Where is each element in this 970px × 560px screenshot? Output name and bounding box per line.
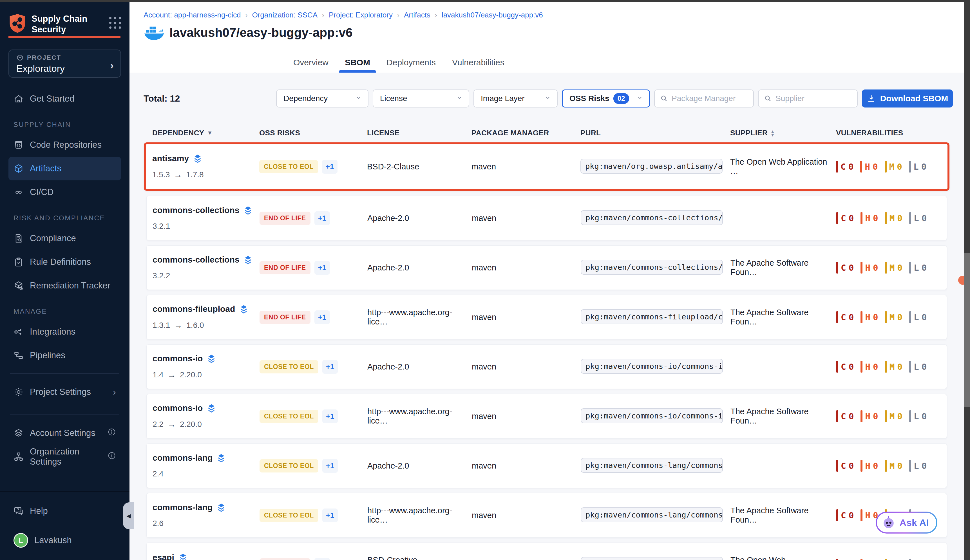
- purl-chip[interactable]: pkg:maven/commons-io/commons-io@…: [581, 359, 723, 374]
- layers-icon: [193, 153, 202, 163]
- risk-extra-badge[interactable]: +1: [314, 310, 330, 324]
- sidebar-section-manage: MANAGE: [8, 303, 121, 320]
- sidebar-item-integrations[interactable]: Integrations: [8, 320, 121, 343]
- download-icon: [867, 94, 876, 103]
- chevron-right-icon: ›: [113, 387, 116, 397]
- cicd-infinity-icon: [13, 187, 23, 197]
- risk-badge: CLOSE TO EOL: [260, 459, 318, 472]
- download-sbom-button[interactable]: Download SBOM: [862, 90, 953, 107]
- brand-divider: [8, 36, 120, 38]
- purl-chip[interactable]: pkg:maven/commons-collections/co…: [581, 260, 723, 275]
- license-filter-select[interactable]: License: [373, 90, 469, 107]
- table-row[interactable]: commons-collections 3.2.2 END OF LIFE+1 …: [147, 245, 947, 290]
- table-row[interactable]: commons-lang 2.4 CLOSE TO EOL+1 Apache-2…: [147, 443, 947, 488]
- package-manager-cell: maven: [472, 511, 581, 520]
- sidebar-collapse-handle[interactable]: ◀: [123, 502, 134, 529]
- vulnerability-counts: C0 H0 M0 L0: [836, 460, 941, 472]
- sidebar-item-account-settings[interactable]: Account Settings: [8, 421, 121, 445]
- package-manager-cell: maven: [472, 263, 581, 272]
- info-icon[interactable]: [108, 428, 116, 438]
- sidebar-item-project-settings[interactable]: Project Settings ›: [8, 380, 121, 404]
- breadcrumb-project[interactable]: Project: Exploratory: [329, 11, 393, 19]
- oss-risks-count-badge: 02: [613, 93, 629, 104]
- risk-extra-badge[interactable]: +1: [322, 459, 338, 473]
- harness-shield-logo-icon: [8, 13, 27, 33]
- risk-extra-badge[interactable]: +1: [314, 558, 330, 560]
- risk-extra-badge[interactable]: +1: [322, 160, 338, 173]
- layers-icon: [243, 205, 253, 215]
- supplier-search-input[interactable]: [775, 94, 852, 103]
- help-button[interactable]: Help: [8, 499, 121, 523]
- sidebar-item-artifacts[interactable]: Artifacts: [8, 157, 121, 180]
- window-top-strip: [0, 0, 970, 2]
- purl-chip[interactable]: pkg:maven/commons-fileupload/com…: [581, 309, 723, 324]
- app-switcher-grid-icon[interactable]: [109, 17, 121, 29]
- sidebar-item-organization-settings[interactable]: Organization Settings: [8, 445, 121, 468]
- risk-extra-badge[interactable]: +1: [314, 211, 330, 225]
- tab-sbom[interactable]: SBOM: [343, 52, 372, 73]
- column-header-supplier[interactable]: SUPPLIER▲▼: [730, 128, 836, 137]
- column-header-oss-risks: OSS RISKS: [259, 128, 367, 137]
- table-row[interactable]: commons-io 2.2→2.20.0 CLOSE TO EOL+1 htt…: [147, 394, 947, 438]
- risk-extra-badge[interactable]: +1: [314, 261, 330, 275]
- purl-chip[interactable]: pkg:maven/org.owasp.antisamy/ant…: [580, 159, 723, 173]
- table-row[interactable]: antisamy 1.5.3→1.7.8 CLOSE TO EOL+1 BSD-…: [144, 142, 950, 191]
- risk-extra-badge[interactable]: +1: [322, 360, 338, 374]
- table-row[interactable]: commons-lang 2.6 CLOSE TO EOL+1 http---w…: [147, 493, 947, 537]
- vulnerability-counts: C0 H0 M0 L0: [836, 361, 941, 373]
- purl-chip[interactable]: pkg:maven/commons-lang/commons-l…: [581, 458, 723, 473]
- chevron-down-icon: [544, 94, 552, 103]
- sidebar-item-rule-definitions[interactable]: Rule Definitions: [8, 250, 121, 274]
- table-row[interactable]: commons-collections 3.2.1 END OF LIFE+1 …: [147, 196, 947, 240]
- main-content: Account: app-harness-ng-cicd › Organizat…: [130, 2, 964, 560]
- license-cell: BSD-Creative Commons-…: [367, 555, 472, 560]
- sidebar-item-get-started[interactable]: Get Started: [8, 87, 121, 111]
- sidebar-item-compliance[interactable]: Compliance: [8, 227, 121, 250]
- purl-chip[interactable]: pkg:maven/commons-lang/commons-l…: [581, 507, 723, 522]
- risk-extra-badge[interactable]: +1: [322, 508, 338, 522]
- compliance-doc-icon: [13, 233, 23, 243]
- oss-risks-filter-select[interactable]: OSS Risks 02: [562, 90, 650, 107]
- vertical-scrollbar[interactable]: [964, 2, 970, 560]
- tab-deployments[interactable]: Deployments: [385, 52, 437, 73]
- help-chat-icon: [13, 506, 23, 516]
- sidebar-item-pipelines[interactable]: Pipelines: [8, 343, 121, 367]
- project-label: PROJECT: [27, 54, 61, 62]
- breadcrumb-artifacts[interactable]: Artifacts: [404, 11, 430, 19]
- risk-badge: CLOSE TO EOL: [259, 160, 318, 173]
- project-selector[interactable]: PROJECT Exploratory ›: [8, 50, 121, 78]
- tab-bar: Overview SBOM Deployments Vulnerabilitie…: [292, 52, 506, 73]
- purl-chip[interactable]: pkg:maven/org.owasp.esapi/esapi@…: [581, 557, 723, 560]
- rule-definitions-icon: [13, 257, 23, 267]
- ask-ai-button[interactable]: Ask AI: [876, 512, 937, 533]
- vulnerability-counts: C0 H0 M0 L0: [836, 262, 941, 273]
- info-icon[interactable]: [108, 452, 116, 462]
- table-row[interactable]: commons-fileupload 1.3.1→1.6.0 END OF LI…: [147, 295, 947, 339]
- image-layer-filter-select[interactable]: Image Layer: [473, 90, 558, 107]
- sidebar-item-cicd[interactable]: CI/CD: [8, 180, 121, 204]
- risk-badge: CLOSE TO EOL: [260, 509, 318, 522]
- table-row[interactable]: esapi END OF LIFE+1 BSD-Creative Commons…: [147, 543, 947, 560]
- table-row[interactable]: commons-io 1.4→2.20.0 CLOSE TO EOL+1 Apa…: [147, 345, 947, 389]
- breadcrumb-organization[interactable]: Organization: SSCA: [252, 11, 318, 19]
- scrollbar-thumb[interactable]: [964, 253, 970, 407]
- tab-overview[interactable]: Overview: [292, 52, 330, 73]
- purl-chip[interactable]: pkg:maven/commons-io/commons-io@…: [581, 408, 723, 423]
- sidebar-divider: [10, 415, 119, 415]
- package-manager-search-input[interactable]: [672, 94, 748, 103]
- breadcrumb: Account: app-harness-ng-cicd › Organizat…: [143, 2, 964, 19]
- column-header-dependency[interactable]: DEPENDENCY▼: [152, 128, 259, 137]
- sidebar-item-code-repositories[interactable]: Code Repositories: [8, 133, 121, 157]
- sbom-table: antisamy 1.5.3→1.7.8 CLOSE TO EOL+1 BSD-…: [147, 142, 947, 560]
- remediation-tracker-icon: [13, 280, 23, 291]
- dependency-filter-select[interactable]: Dependency: [276, 90, 368, 107]
- sidebar-item-remediation-tracker[interactable]: Remediation Tracker: [8, 274, 121, 297]
- breadcrumb-account[interactable]: Account: app-harness-ng-cicd: [143, 11, 241, 19]
- breadcrumb-artifact-name[interactable]: lavakush07/easy-buggy-app:v6: [442, 11, 543, 19]
- purl-chip[interactable]: pkg:maven/commons-collections/co…: [581, 210, 723, 225]
- user-menu[interactable]: L Lavakush: [8, 528, 121, 552]
- tab-vulnerabilities[interactable]: Vulnerabilities: [450, 52, 506, 73]
- layers-icon: [243, 255, 253, 265]
- risk-extra-badge[interactable]: +1: [322, 410, 338, 423]
- collapse-left-icon: ◀: [127, 512, 131, 519]
